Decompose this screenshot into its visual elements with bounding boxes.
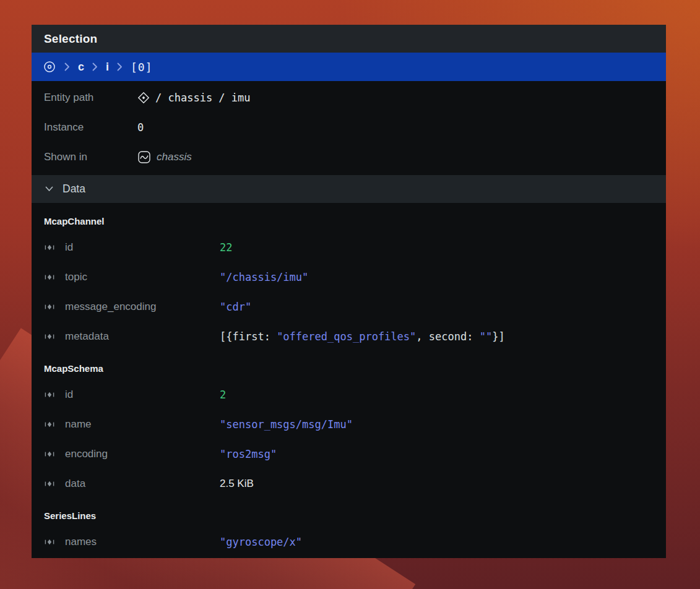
field-row[interactable]: encoding "ros2msg" (32, 439, 666, 469)
instance-label: Instance (44, 121, 137, 134)
component-icon (44, 449, 56, 460)
component-icon (44, 242, 56, 253)
data-group: McapSchema id 2 name "sensor_msgs/msg/Im… (32, 356, 666, 499)
component-icon (44, 389, 56, 400)
field-row[interactable]: topic "/chassis/imu" (32, 262, 666, 292)
target-icon[interactable] (43, 60, 56, 74)
data-section-header[interactable]: Data (32, 175, 666, 203)
field-label: message_encoding (65, 301, 220, 313)
field-row[interactable]: id 2 (32, 380, 666, 410)
shown-in-label: Shown in (44, 151, 137, 163)
group-title: SeriesLines (32, 504, 666, 527)
shown-in-row: Shown in chassis (32, 142, 666, 172)
field-label: id (65, 241, 220, 254)
entity-path-value[interactable]: / chassis / imu (155, 92, 251, 104)
field-row[interactable]: id 22 (32, 233, 666, 262)
field-value: "gyroscope/x" (220, 536, 302, 548)
component-icon (44, 301, 56, 312)
chevron-down-icon (45, 186, 53, 192)
panel-title: Selection (44, 32, 97, 46)
instance-row: Instance 0 (32, 113, 666, 142)
chevron-right-icon (117, 62, 123, 71)
selection-info: Entity path / chassis / imu Instance 0 S… (32, 81, 666, 172)
breadcrumb-item-c[interactable]: c (78, 61, 84, 74)
component-icon (44, 419, 56, 430)
field-label: data (65, 478, 220, 490)
field-label: id (65, 389, 220, 401)
field-value: [{first: "offered_qos_profiles", second:… (220, 330, 505, 343)
entity-path-row: Entity path / chassis / imu (32, 83, 666, 113)
field-value: "/chassis/imu" (220, 271, 308, 283)
field-value: "sensor_msgs/msg/Imu" (220, 418, 353, 431)
field-label: encoding (65, 448, 220, 460)
data-section-body: McapChannel id 22 topic "/chassis/imu" (32, 203, 666, 563)
data-group: SeriesLines names "gyroscope/x" (32, 504, 666, 557)
field-value: 2.5 KiB (220, 478, 254, 490)
chevron-right-icon (92, 62, 98, 71)
entity-icon (137, 92, 150, 104)
field-value: "ros2msg" (220, 448, 277, 460)
field-row[interactable]: data 2.5 KiB (32, 469, 666, 499)
field-row[interactable]: name "sensor_msgs/msg/Imu" (32, 410, 666, 439)
data-section-title: Data (63, 183, 85, 196)
field-value: 2 (220, 389, 226, 401)
field-row[interactable]: metadata [{first: "offered_qos_profiles"… (32, 322, 666, 351)
field-label: names (65, 536, 220, 548)
timeseries-view-icon (137, 150, 151, 164)
chevron-right-icon (64, 62, 70, 71)
field-label: name (65, 418, 220, 431)
group-title: McapChannel (32, 209, 666, 233)
group-title: McapSchema (32, 356, 666, 380)
component-icon (44, 272, 56, 283)
data-group: McapChannel id 22 topic "/chassis/imu" (32, 209, 666, 351)
field-label: metadata (65, 330, 220, 343)
panel-title-bar: Selection (32, 25, 666, 53)
instance-value: 0 (137, 121, 144, 134)
component-icon (44, 536, 56, 548)
component-icon (44, 331, 56, 342)
breadcrumb-item-instance[interactable]: [0] (131, 61, 153, 74)
field-row[interactable]: names "gyroscope/x" (32, 527, 666, 557)
field-row[interactable]: message_encoding "cdr" (32, 292, 666, 322)
shown-in-view-link[interactable]: chassis (157, 151, 192, 163)
field-value: "cdr" (220, 301, 251, 313)
breadcrumb: c i [0] (32, 53, 666, 81)
selection-panel: Selection c i [0] Entity path (32, 25, 666, 558)
entity-path-label: Entity path (44, 92, 137, 104)
field-value: 22 (220, 241, 232, 254)
component-icon (44, 478, 56, 489)
field-label: topic (65, 271, 220, 283)
breadcrumb-item-i[interactable]: i (106, 61, 109, 74)
